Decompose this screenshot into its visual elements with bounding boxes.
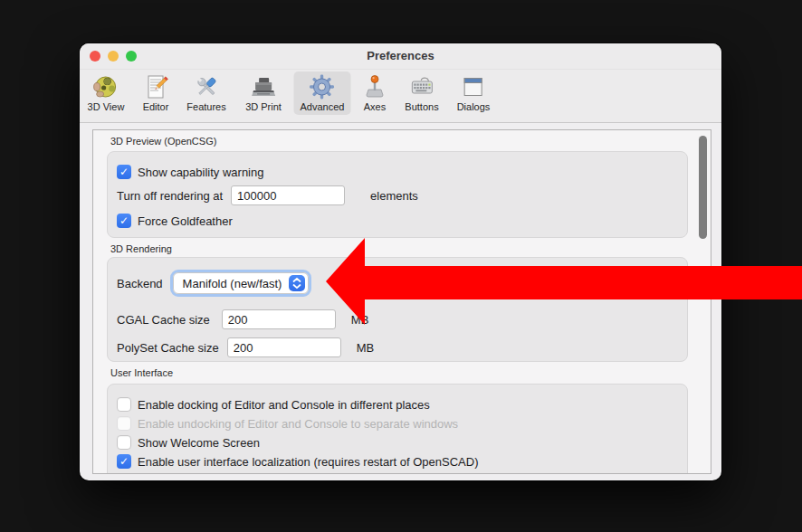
checkbox-row[interactable]: Show Welcome Screen	[117, 435, 260, 450]
tab-label: Advanced	[301, 101, 345, 112]
window-title: Preferences	[80, 43, 721, 69]
tab-label: Buttons	[405, 101, 438, 112]
checkbox-row[interactable]: Enable docking of Editor and Console in …	[117, 397, 430, 412]
tab-3d-view[interactable]: 3D View	[81, 71, 131, 115]
traffic-lights	[90, 51, 137, 62]
section-title-user-interface: User Interface	[110, 367, 173, 378]
checkbox-row[interactable]: ✓ Force Goldfeather	[117, 214, 233, 228]
tab-label: Axes	[364, 101, 386, 112]
group-3d-rendering: Backend Manifold (new/fast) CGAL Cac	[107, 257, 688, 362]
group-3d-preview: ✓ Show capability warning Turn off rende…	[107, 151, 688, 238]
sphere-3d-icon	[92, 73, 119, 100]
checkbox-force-goldfeather[interactable]: ✓	[117, 214, 131, 228]
field-row-backend: Backend Manifold (new/fast)	[117, 270, 311, 297]
field-row-polyset-cache: PolySet Cache size MB	[117, 337, 374, 357]
field-label: Turn off rendering at	[117, 189, 223, 203]
field-row-cgal-cache: CGAL Cache size MB	[117, 309, 368, 329]
backend-select-value: Manifold (new/fast)	[183, 277, 282, 290]
checkbox-show-welcome-screen[interactable]	[117, 435, 131, 450]
checkbox-label: Enable docking of Editor and Console in …	[138, 398, 430, 412]
checkbox-show-capability-warning[interactable]: ✓	[117, 165, 131, 179]
checkbox-row[interactable]: ✓ Show capability warning	[117, 165, 263, 179]
checkmark-icon: ✓	[119, 215, 129, 226]
checkbox-ui-localization[interactable]: ✓	[117, 454, 131, 469]
checkbox-label: Show capability warning	[138, 166, 263, 179]
vertical-scrollbar-thumb[interactable]	[699, 136, 707, 239]
field-suffix: MB	[351, 313, 369, 327]
field-label: Backend	[117, 277, 163, 290]
section-title-3d-preview: 3D Preview (OpenCSG)	[110, 136, 216, 147]
checkbox-label: Enable user interface localization (requ…	[138, 455, 478, 469]
joystick-icon	[361, 73, 388, 100]
field-label: CGAL Cache size	[117, 313, 210, 327]
keyboard-icon	[408, 73, 435, 100]
minimize-window-button[interactable]	[108, 51, 119, 62]
section-title-3d-rendering: 3D Rendering	[110, 243, 172, 254]
tab-label: 3D View	[88, 101, 125, 112]
printer-icon	[250, 73, 277, 100]
tab-label: Dialogs	[457, 101, 491, 112]
close-window-button[interactable]	[90, 51, 100, 62]
checkbox-label: Show Welcome Screen	[138, 436, 260, 450]
tab-dialogs[interactable]: Dialogs	[451, 71, 497, 115]
group-user-interface: Enable docking of Editor and Console in …	[107, 384, 688, 474]
backend-select-focus-ring: Manifold (new/fast)	[170, 270, 312, 297]
preferences-window: Preferences 3D View	[80, 43, 721, 480]
tools-icon	[193, 73, 220, 100]
checkbox-enable-undocking	[117, 416, 131, 431]
tab-label: Editor	[143, 101, 169, 112]
tab-advanced[interactable]: Advanced	[294, 71, 351, 115]
field-suffix: elements	[370, 189, 418, 203]
field-suffix: MB	[357, 341, 375, 355]
turn-off-rendering-input[interactable]	[231, 185, 345, 205]
checkbox-label: Force Goldfeather	[138, 214, 233, 228]
titlebar[interactable]: Preferences	[80, 43, 721, 70]
editor-notepad-icon	[142, 73, 169, 100]
tab-label: Features	[186, 101, 225, 112]
polyset-cache-size-input[interactable]	[227, 337, 341, 357]
gear-icon	[309, 73, 336, 100]
field-row-turn-off-rendering: Turn off rendering at elements	[117, 185, 418, 205]
checkbox-enable-docking[interactable]	[117, 397, 131, 412]
checkmark-icon: ✓	[119, 166, 129, 177]
tab-axes[interactable]: Axes	[355, 71, 395, 115]
tab-label: 3D Print	[245, 101, 282, 112]
tab-buttons[interactable]: Buttons	[398, 71, 444, 115]
checkbox-label: Enable undocking of Editor and Console t…	[138, 417, 458, 431]
backend-select[interactable]: Manifold (new/fast)	[173, 272, 310, 294]
tab-features[interactable]: Features	[180, 71, 232, 115]
field-label: PolySet Cache size	[117, 341, 219, 355]
tab-3d-print[interactable]: 3D Print	[239, 71, 288, 115]
tab-editor[interactable]: Editor	[136, 71, 176, 115]
checkbox-row: Enable undocking of Editor and Console t…	[117, 416, 458, 431]
settings-scroll-area: 3D Preview (OpenCSG) ✓ Show capability w…	[92, 129, 711, 474]
checkbox-row[interactable]: ✓ Enable user interface localization (re…	[117, 454, 478, 469]
preferences-toolbar: 3D View Editor	[80, 70, 721, 123]
select-chevrons-icon	[289, 275, 305, 291]
zoom-window-button[interactable]	[126, 51, 137, 62]
dialog-window-icon	[460, 73, 487, 100]
cgal-cache-size-input[interactable]	[222, 309, 336, 329]
checkmark-icon: ✓	[119, 456, 129, 467]
